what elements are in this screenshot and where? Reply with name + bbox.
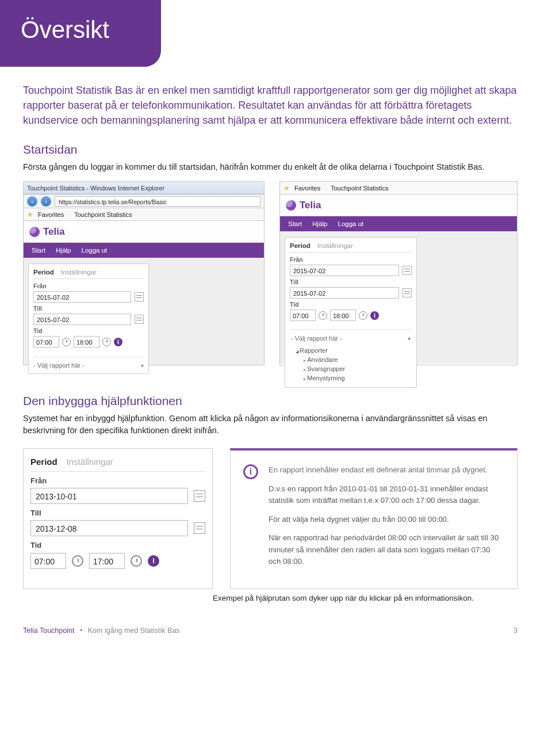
- clock-icon[interactable]: [72, 555, 83, 567]
- brand-text: Telia: [43, 226, 64, 238]
- report-select-open: - Välj rapport här - ▾ Rapporter Använda…: [290, 329, 412, 383]
- tid-label: Tid: [30, 541, 205, 549]
- page-title-block: Översikt: [0, 0, 161, 67]
- nav-logout[interactable]: Logga ut: [82, 247, 108, 254]
- intro-block: Touchpoint Statistik Bas är en enkel men…: [0, 83, 552, 128]
- from-label: Från: [290, 256, 412, 263]
- footer-sep: •: [80, 627, 82, 635]
- from-input[interactable]: 2015-07-02: [290, 265, 399, 276]
- favorites-label[interactable]: Favorites: [38, 211, 64, 218]
- panel-tabs: Period Inställningar: [290, 242, 412, 253]
- tid-label: Tid: [290, 301, 412, 308]
- calendar-icon[interactable]: [402, 266, 412, 275]
- help-p2: D.v.s en rapport från 2010-01-01 till 20…: [269, 483, 504, 507]
- info-icon[interactable]: i: [370, 311, 379, 320]
- chevron-down-icon: ▾: [408, 335, 411, 342]
- nav-back-button[interactable]: ‹: [27, 196, 37, 207]
- help-row: Period Inställningar Från 2013-10-01 Til…: [0, 448, 552, 589]
- dropdown-item[interactable]: Menystyrning: [296, 373, 412, 383]
- help-section: Den inbyggga hjälpfunktionen Systemet ha…: [0, 394, 552, 437]
- till-input[interactable]: 2013-12-08: [30, 520, 188, 536]
- period-panel: Period Inställningar Från 2015-07-02 Til…: [28, 264, 149, 374]
- page-footer: Telia Touchpoint • Kom igång med Statist…: [0, 602, 552, 635]
- info-icon[interactable]: i: [148, 555, 159, 567]
- startsidan-lead: Första gången du loggar in kommer du til…: [23, 161, 518, 173]
- nav-help[interactable]: Hjälp: [312, 220, 327, 227]
- startsidan-section: Startsidan Första gången du loggar in ko…: [0, 143, 552, 365]
- favorites-bar: Favorites Touchpoint Statistics: [280, 182, 517, 194]
- from-label: Från: [30, 476, 205, 485]
- calendar-icon[interactable]: [194, 522, 205, 534]
- calendar-icon[interactable]: [402, 288, 412, 297]
- dropdown-group[interactable]: Rapporter: [296, 346, 412, 355]
- dropdown-item[interactable]: Användare: [296, 355, 412, 364]
- nav-fwd-button[interactable]: ›: [41, 196, 51, 207]
- time-to-input[interactable]: 18:00: [74, 336, 99, 348]
- time-to-input[interactable]: 18:00: [330, 310, 356, 321]
- address-bar[interactable]: https://statistics.tp.telia.se/Reports/B…: [55, 196, 260, 207]
- calendar-icon[interactable]: [135, 292, 144, 301]
- calendar-icon[interactable]: [194, 490, 205, 502]
- tab-settings[interactable]: Inställningar: [67, 457, 113, 467]
- report-select[interactable]: - Välj rapport här - ▾: [33, 357, 144, 369]
- calendar-icon[interactable]: [135, 315, 144, 324]
- screenshot-page-dropdown: Favorites Touchpoint Statistics Telia St…: [279, 181, 518, 365]
- window-titlebar: Touchpoint Statistics - Windows Internet…: [24, 182, 264, 194]
- till-label: Till: [30, 509, 205, 517]
- report-select[interactable]: - Välj rapport här - ▾: [290, 333, 412, 343]
- report-select-text: - Välj rapport här -: [291, 335, 342, 342]
- app-body: Period Inställningar Från 2015-07-02 Til…: [24, 258, 264, 365]
- brand-text: Telia: [300, 200, 321, 211]
- nav-start[interactable]: Start: [32, 247, 45, 254]
- tab-settings[interactable]: Inställningar: [317, 242, 353, 249]
- help-p4: När en rapportrad har periodvärdet 08:00…: [269, 532, 504, 567]
- nav-start[interactable]: Start: [288, 220, 302, 227]
- from-input[interactable]: 2015-07-02: [33, 291, 131, 303]
- dropdown-item[interactable]: Svarsgrupper: [296, 364, 412, 373]
- info-icon: i: [243, 464, 258, 479]
- browser-toolbar: ‹ › https://statistics.tp.telia.se/Repor…: [24, 194, 264, 208]
- footer-left: Telia Touchpoint • Kom igång med Statist…: [23, 627, 180, 635]
- clock-icon[interactable]: [319, 311, 327, 320]
- panel-tabs: Period Inställningar: [33, 269, 144, 279]
- tid-label: Tid: [33, 327, 144, 334]
- info-icon[interactable]: i: [114, 338, 122, 346]
- till-label: Till: [290, 278, 412, 285]
- page-number: 3: [513, 627, 518, 635]
- app-body: Period Inställningar Från 2015-07-02 Til…: [280, 231, 517, 364]
- chevron-down-icon: ▾: [141, 362, 144, 369]
- brand-logo-row: Telia: [24, 221, 264, 243]
- time-from-input[interactable]: 07:00: [33, 336, 59, 348]
- time-to-input[interactable]: 17:00: [89, 553, 125, 569]
- tab-period[interactable]: Period: [290, 242, 310, 249]
- clock-icon[interactable]: [131, 555, 142, 567]
- startsidan-heading: Startsidan: [23, 143, 518, 156]
- nav-logout[interactable]: Logga ut: [338, 220, 364, 227]
- brand-logo-row: Telia: [280, 194, 517, 216]
- tab-settings[interactable]: Inställningar: [61, 269, 97, 276]
- window-title: Touchpoint Statistics - Windows Internet…: [27, 185, 164, 192]
- till-input[interactable]: 2015-07-02: [290, 287, 399, 299]
- time-from-input[interactable]: 07:00: [30, 553, 66, 569]
- tab-period[interactable]: Period: [30, 457, 57, 467]
- till-input[interactable]: 2015-07-02: [33, 314, 131, 325]
- report-dropdown-list: Rapporter Användare Svarsgrupper Menysty…: [290, 343, 412, 383]
- nav-help[interactable]: Hjälp: [56, 247, 71, 254]
- clock-icon[interactable]: [102, 338, 111, 346]
- browser-tab[interactable]: Touchpoint Statistics: [331, 185, 388, 192]
- clock-icon[interactable]: [62, 338, 71, 346]
- till-label: Till: [33, 305, 144, 312]
- period-panel: Period Inställningar Från 2015-07-02 Til…: [285, 237, 417, 388]
- favorites-label[interactable]: Favorites: [294, 185, 320, 192]
- screenshot-ie-window: Touchpoint Statistics - Windows Internet…: [23, 181, 264, 365]
- report-select-text: - Välj rapport här -: [33, 362, 85, 369]
- help-tooltip: i En rapport innehåller endast ett defin…: [230, 448, 518, 589]
- clock-icon[interactable]: [359, 311, 367, 320]
- page-title: Översikt: [21, 16, 140, 44]
- browser-tab[interactable]: Touchpoint Statistics: [74, 211, 132, 218]
- time-from-input[interactable]: 07:00: [290, 310, 316, 321]
- tab-period[interactable]: Period: [33, 269, 54, 276]
- app-nav: Start Hjälp Logga ut: [24, 243, 264, 258]
- footer-doc: Kom igång med Statistik Bas: [88, 627, 180, 635]
- from-input[interactable]: 2013-10-01: [30, 488, 188, 504]
